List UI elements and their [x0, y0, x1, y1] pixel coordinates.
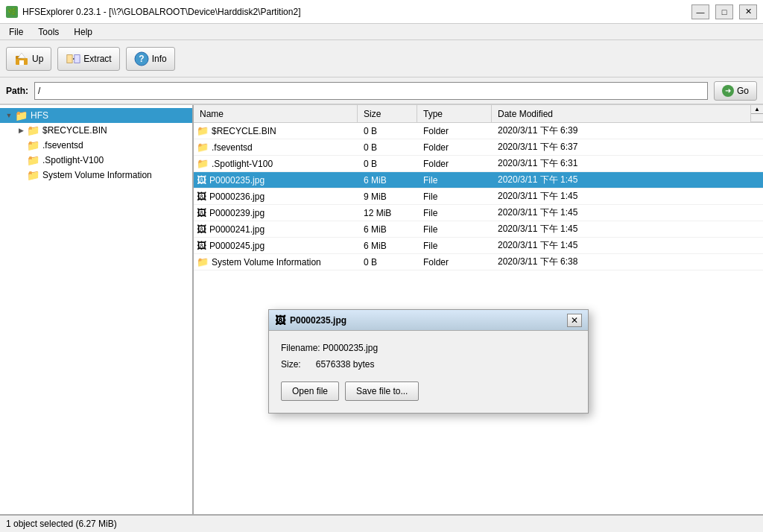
- folder-icon-spotlight: 📁: [27, 155, 40, 165]
- menu-file[interactable]: File: [3, 25, 29, 39]
- file-row-0[interactable]: 📁 $RECYCLE.BIN 0 B Folder 2020/3/11 下午 6…: [194, 123, 763, 139]
- tree-item-sysvolinfo[interactable]: ▶ 📁 System Volume Information: [0, 168, 192, 183]
- file-size-3: 6 MiB: [358, 174, 417, 187]
- header-name[interactable]: Name: [194, 105, 358, 122]
- window-title: HFSExplorer 0.23.1 - [\\?\GLOBALROOT\Dev…: [22, 7, 300, 17]
- modal-buttons: Open file Save file to...: [281, 381, 576, 401]
- modal-size-label: Size:: [281, 359, 301, 370]
- svg-rect-2: [19, 60, 24, 65]
- modal-dialog: 🖼 P0000235.jpg ✕ Filename: P0000235.jpg …: [268, 309, 589, 414]
- file-icon-5: 🖼: [197, 207, 206, 218]
- folder-icon-recycle: 📁: [27, 125, 40, 136]
- file-name-3: 🖼 P0000235.jpg: [194, 173, 358, 187]
- header-size[interactable]: Size: [358, 105, 417, 122]
- tree-panel: ▼ 📁 HFS ▶ 📁 $RECYCLE.BIN ▶ 📁 .fseventsd …: [0, 105, 194, 514]
- folder-icon-8: 📁: [197, 256, 209, 267]
- go-button[interactable]: ➜ Go: [714, 81, 757, 101]
- file-size-4: 9 MiB: [358, 190, 417, 203]
- close-button[interactable]: ✕: [739, 4, 757, 19]
- maximize-button[interactable]: □: [715, 4, 733, 19]
- file-row-7[interactable]: 🖼 P0000245.jpg 6 MiB File 2020/3/11 下午 1…: [194, 238, 763, 254]
- up-icon: [14, 52, 29, 66]
- header-scroll-spacer: ▲: [751, 105, 763, 122]
- menu-help[interactable]: Help: [68, 25, 98, 39]
- file-row-2[interactable]: 📁 .Spotlight-V100 0 B Folder 2020/3/11 下…: [194, 156, 763, 172]
- file-row-6[interactable]: 🖼 P0000241.jpg 6 MiB File 2020/3/11 下午 1…: [194, 221, 763, 238]
- up-label: Up: [32, 54, 43, 64]
- file-type-7: File: [417, 239, 492, 253]
- file-date-8: 2020/3/11 下午 6:38: [492, 254, 763, 270]
- minimize-button[interactable]: —: [691, 4, 709, 19]
- file-row-5[interactable]: 🖼 P0000239.jpg 12 MiB File 2020/3/11 下午 …: [194, 205, 763, 221]
- status-bar: 1 object selected (6.27 MiB): [0, 514, 763, 532]
- modal-filename-value: P0000235.jpg: [323, 343, 378, 353]
- folder-icon-1: 📁: [197, 142, 209, 153]
- app-icon: 🌿: [6, 6, 18, 18]
- file-type-6: File: [417, 223, 492, 236]
- go-icon: ➜: [722, 85, 734, 97]
- tree-expand-recycle[interactable]: ▶: [15, 124, 27, 136]
- tree-item-fseventsd[interactable]: ▶ 📁 .fseventsd: [0, 138, 192, 153]
- title-bar-left: 🌿 HFSExplorer 0.23.1 - [\\?\GLOBALROOT\D…: [6, 6, 300, 18]
- up-button[interactable]: Up: [6, 47, 51, 71]
- file-name-6: 🖼 P0000241.jpg: [194, 222, 358, 236]
- folder-icon-0: 📁: [197, 125, 209, 136]
- svg-rect-5: [75, 54, 80, 63]
- modal-title-bar: 🖼 P0000235.jpg ✕: [269, 310, 588, 331]
- tree-label-recycle: $RECYCLE.BIN: [42, 125, 107, 136]
- file-size-7: 6 MiB: [358, 239, 417, 253]
- open-file-button[interactable]: Open file: [281, 381, 339, 401]
- file-date-2: 2020/3/11 下午 6:31: [492, 156, 763, 171]
- tree-label-fseventsd: .fseventsd: [42, 140, 83, 151]
- file-name-4: 🖼 P0000236.jpg: [194, 189, 358, 203]
- file-row-8[interactable]: 📁 System Volume Information 0 B Folder 2…: [194, 254, 763, 270]
- file-icon-6: 🖼: [197, 224, 206, 235]
- tree-item-spotlight[interactable]: ▶ 📁 .Spotlight-V100: [0, 153, 192, 168]
- file-date-1: 2020/3/11 下午 6:37: [492, 139, 763, 155]
- file-size-6: 6 MiB: [358, 223, 417, 236]
- file-date-7: 2020/3/11 下午 1:45: [492, 238, 763, 253]
- file-name-8: 📁 System Volume Information: [194, 255, 358, 269]
- svg-text:?: ?: [139, 54, 144, 64]
- folder-icon-fseventsd: 📁: [27, 140, 40, 151]
- tree-root[interactable]: ▼ 📁 HFS: [0, 108, 192, 123]
- file-icon-7: 🖼: [197, 240, 206, 251]
- header-type[interactable]: Type: [417, 105, 492, 122]
- path-input[interactable]: [34, 82, 708, 100]
- path-bar: Path: ➜ Go: [0, 77, 763, 104]
- extract-label: Extract: [83, 54, 111, 64]
- svg-rect-3: [67, 54, 72, 63]
- tree-item-recycle[interactable]: ▶ 📁 $RECYCLE.BIN: [0, 123, 192, 138]
- header-date[interactable]: Date Modified: [492, 105, 751, 122]
- modal-close-button[interactable]: ✕: [567, 314, 582, 327]
- file-row-4[interactable]: 🖼 P0000236.jpg 9 MiB File 2020/3/11 下午 1…: [194, 189, 763, 205]
- tree-expand-root[interactable]: ▼: [3, 110, 15, 121]
- file-date-6: 2020/3/11 下午 1:45: [492, 221, 763, 237]
- file-name-0: 📁 $RECYCLE.BIN: [194, 124, 358, 138]
- file-date-4: 2020/3/11 下午 1:45: [492, 189, 763, 204]
- modal-title-icon: 🖼: [275, 314, 285, 326]
- status-text: 1 object selected (6.27 MiB): [6, 519, 117, 529]
- modal-title: P0000235.jpg: [290, 315, 346, 326]
- file-row-1[interactable]: 📁 .fseventsd 0 B Folder 2020/3/11 下午 6:3…: [194, 139, 763, 156]
- file-icon-4: 🖼: [197, 191, 206, 202]
- file-date-0: 2020/3/11 下午 6:39: [492, 123, 763, 139]
- folder-icon-sysvolinfo: 📁: [27, 170, 40, 180]
- info-button[interactable]: ? Info: [126, 47, 175, 71]
- file-name-7: 🖼 P0000245.jpg: [194, 238, 358, 253]
- extract-button[interactable]: Extract: [57, 47, 119, 71]
- file-header: Name Size Type Date Modified ▲: [194, 105, 763, 123]
- go-label: Go: [737, 86, 749, 96]
- modal-filename-label: Filename:: [281, 343, 320, 353]
- toolbar: Up Extract ? Info: [0, 40, 763, 77]
- file-size-0: 0 B: [358, 124, 417, 138]
- file-row-3[interactable]: 🖼 P0000235.jpg 6 MiB File 2020/3/11 下午 1…: [194, 172, 763, 189]
- save-file-button[interactable]: Save file to...: [345, 381, 419, 401]
- modal-title-left: 🖼 P0000235.jpg: [275, 314, 346, 326]
- file-type-3: File: [417, 174, 492, 187]
- modal-size-row: Size: 6576338 bytes: [281, 359, 576, 370]
- scroll-up-btn[interactable]: ▲: [751, 105, 763, 114]
- menu-tools[interactable]: Tools: [32, 25, 65, 39]
- file-size-5: 12 MiB: [358, 206, 417, 220]
- file-name-2: 📁 .Spotlight-V100: [194, 156, 358, 171]
